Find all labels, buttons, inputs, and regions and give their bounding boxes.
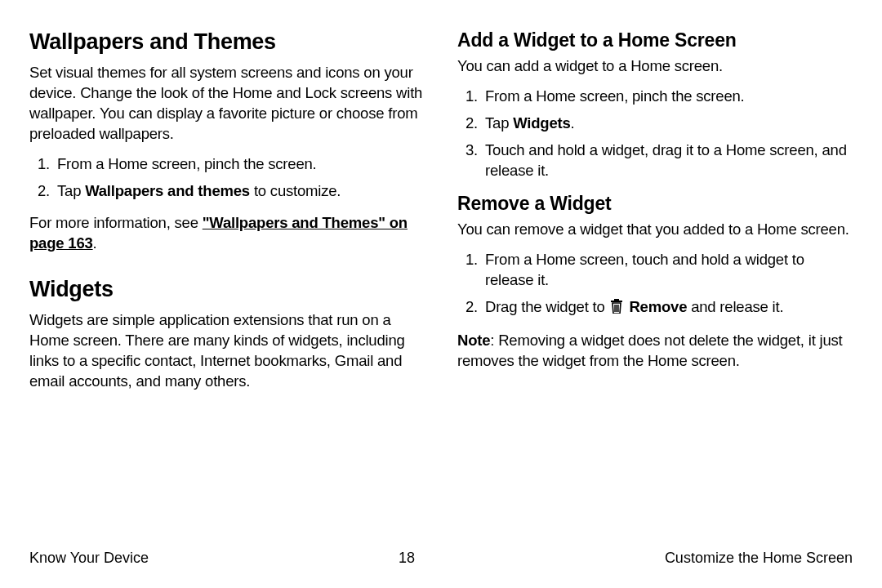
heading-remove-widget: Remove a Widget [457, 193, 853, 215]
widgets-description: Widgets are simple application extension… [29, 310, 425, 392]
step-2-tap-wallpapers: Tap Wallpapers and themes to customize. [54, 181, 425, 202]
page-number: 18 [399, 550, 415, 567]
add-widget-description: You can add a widget to a Home screen. [457, 56, 853, 77]
remove-step-2: Drag the widget to Remove and release it… [482, 297, 853, 319]
remove-widget-description: You can remove a widget that you added t… [457, 220, 853, 240]
left-column: Wallpapers and Themes Set visual themes … [29, 29, 425, 536]
footer-left: Know Your Device [29, 550, 149, 567]
wallpapers-description: Set visual themes for all system screens… [29, 63, 425, 145]
page-footer: Know Your Device 18 Customize the Home S… [29, 550, 853, 567]
heading-add-widget: Add a Widget to a Home Screen [457, 29, 853, 51]
step-1-pinch: From a Home screen, pinch the screen. [54, 154, 425, 175]
heading-widgets: Widgets [29, 277, 425, 302]
footer-right: Customize the Home Screen [665, 550, 853, 567]
add-widget-steps: From a Home screen, pinch the screen. Ta… [457, 87, 853, 181]
svg-rect-1 [614, 299, 619, 301]
add-step-3: Touch and hold a widget, drag it to a Ho… [482, 140, 853, 181]
svg-rect-0 [611, 301, 622, 302]
right-column: Add a Widget to a Home Screen You can ad… [457, 29, 853, 536]
wallpapers-steps: From a Home screen, pinch the screen. Ta… [29, 154, 425, 202]
add-step-1: From a Home screen, pinch the screen. [482, 87, 853, 107]
remove-widget-note: Note: Removing a widget does not delete … [457, 331, 853, 372]
heading-wallpapers-themes: Wallpapers and Themes [29, 29, 425, 55]
remove-step-1: From a Home screen, touch and hold a wid… [482, 250, 853, 291]
remove-widget-steps: From a Home screen, touch and hold a wid… [457, 250, 853, 319]
add-step-2: Tap Widgets. [482, 114, 853, 134]
wallpapers-more-info: For more information, see "Wallpapers an… [29, 213, 425, 254]
trash-icon [610, 299, 623, 319]
